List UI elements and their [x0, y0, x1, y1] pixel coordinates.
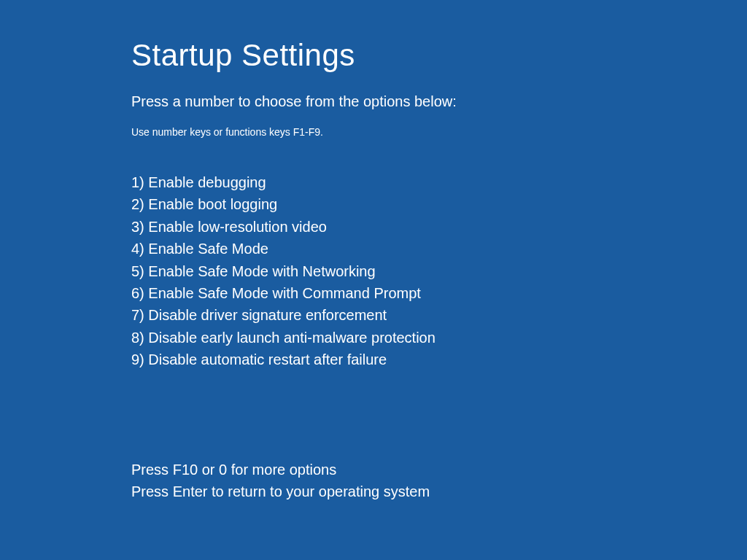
option-disable-driver-signature-enforcement[interactable]: 7) Disable driver signature enforcement [131, 304, 747, 326]
return-hint: Press Enter to return to your operating … [131, 481, 747, 502]
option-enable-boot-logging[interactable]: 2) Enable boot logging [131, 193, 747, 215]
option-enable-safe-mode[interactable]: 4) Enable Safe Mode [131, 238, 747, 260]
option-enable-low-resolution-video[interactable]: 3) Enable low-resolution video [131, 216, 747, 238]
footer: Press F10 or 0 for more options Press En… [131, 459, 747, 502]
option-disable-early-launch-antimalware[interactable]: 8) Disable early launch anti-malware pro… [131, 327, 747, 349]
more-options-hint: Press F10 or 0 for more options [131, 459, 747, 481]
option-enable-safe-mode-command-prompt[interactable]: 6) Enable Safe Mode with Command Prompt [131, 282, 747, 304]
option-enable-safe-mode-networking[interactable]: 5) Enable Safe Mode with Networking [131, 260, 747, 282]
startup-settings-screen: Startup Settings Press a number to choos… [0, 0, 747, 502]
options-list: 1) Enable debugging 2) Enable boot loggi… [131, 171, 747, 371]
subtitle: Press a number to choose from the option… [131, 93, 747, 110]
option-disable-automatic-restart[interactable]: 9) Disable automatic restart after failu… [131, 349, 747, 370]
hint-text: Use number keys or functions keys F1-F9. [131, 126, 747, 138]
page-title: Startup Settings [131, 38, 747, 73]
option-enable-debugging[interactable]: 1) Enable debugging [131, 171, 747, 193]
